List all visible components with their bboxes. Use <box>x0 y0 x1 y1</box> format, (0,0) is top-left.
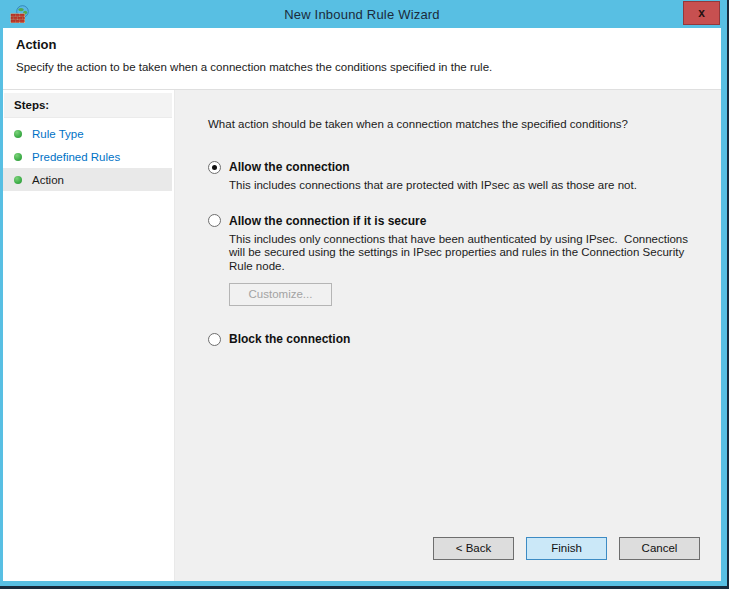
step-label: Rule Type <box>32 128 84 140</box>
step-label: Action <box>32 174 64 186</box>
radio-block-connection[interactable] <box>208 333 221 346</box>
new-inbound-rule-wizard-dialog: New Inbound Rule Wizard x Action Specify… <box>0 0 727 586</box>
screen: New Inbound Rule Wizard x Action Specify… <box>0 0 729 589</box>
step-bullet-icon <box>14 130 22 138</box>
close-icon: x <box>698 7 705 19</box>
step-bullet-icon <box>14 176 22 184</box>
option-label: Allow the connection if it is secure <box>229 214 426 228</box>
sidebar-item-predefined-rules[interactable]: Predefined Rules <box>3 145 172 168</box>
footer-buttons: < Back Finish Cancel <box>433 537 700 560</box>
page-title: Action <box>16 37 707 52</box>
option-description: This includes connections that are prote… <box>229 179 721 193</box>
steps-title: Steps: <box>4 93 172 118</box>
option-label: Block the connection <box>229 332 350 346</box>
window-title: New Inbound Rule Wizard <box>3 7 721 22</box>
customize-button[interactable]: Customize... <box>229 283 332 306</box>
option-allow-if-secure: Allow the connection if it is secure Thi… <box>208 214 721 307</box>
steps-panel: Steps: Rule Type Predefined Rules Action <box>3 90 175 581</box>
content-panel: What action should be taken when a conne… <box>175 90 721 581</box>
firewall-icon <box>10 5 30 24</box>
sidebar-item-action[interactable]: Action <box>3 168 172 191</box>
titlebar[interactable]: New Inbound Rule Wizard x <box>3 0 721 28</box>
step-label: Predefined Rules <box>32 151 120 163</box>
option-description: This includes only connections that have… <box>229 233 721 274</box>
close-button[interactable]: x <box>683 1 720 25</box>
question-text: What action should be taken when a conne… <box>208 118 721 130</box>
wizard-body: Steps: Rule Type Predefined Rules Action… <box>3 90 721 581</box>
cancel-button[interactable]: Cancel <box>619 537 700 560</box>
wizard-header: Action Specify the action to be taken wh… <box>3 28 721 90</box>
option-label: Allow the connection <box>229 160 350 174</box>
radio-allow-connection[interactable] <box>208 161 221 174</box>
sidebar-item-rule-type[interactable]: Rule Type <box>3 122 172 145</box>
page-description: Specify the action to be taken when a co… <box>16 61 707 73</box>
option-allow-the-connection: Allow the connection This includes conne… <box>208 160 721 193</box>
radio-allow-if-secure[interactable] <box>208 214 221 227</box>
finish-button[interactable]: Finish <box>526 537 607 560</box>
back-button[interactable]: < Back <box>433 537 514 560</box>
step-bullet-icon <box>14 153 22 161</box>
option-block-the-connection: Block the connection <box>208 332 721 346</box>
